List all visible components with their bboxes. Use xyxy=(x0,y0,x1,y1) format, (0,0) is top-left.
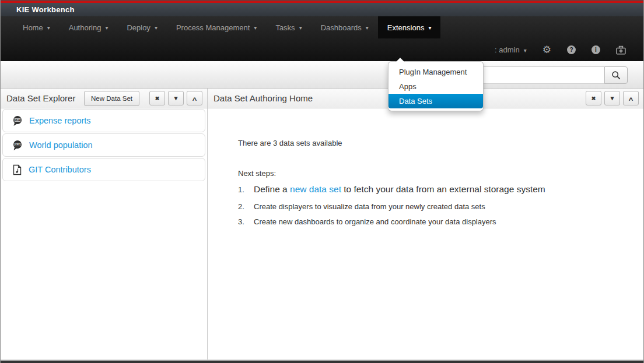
new-data-set-button[interactable]: New Data Set xyxy=(84,91,139,106)
step-text: Create displayers to visualize data from… xyxy=(254,202,485,211)
step-define-data-set: 1. Define a new data set to fetch your d… xyxy=(238,184,643,195)
chevron-down-icon: ▾ xyxy=(254,25,257,31)
panel-menu-button[interactable]: ▾ xyxy=(604,91,620,105)
svg-text:CSV: CSV xyxy=(15,143,20,146)
authoring-home-content: There are 3 data sets available Next ste… xyxy=(208,108,643,232)
window-bottom-border xyxy=(1,360,643,363)
close-panel-button[interactable]: ✖ xyxy=(149,91,165,105)
app-title-bar: KIE Workbench xyxy=(1,3,643,16)
chevron-down-icon: ▾ xyxy=(105,25,108,31)
close-panel-button[interactable]: ✖ xyxy=(586,91,601,105)
step-number: 1. xyxy=(238,185,254,194)
chevron-down-icon: ▾ xyxy=(524,48,527,54)
nav-item-label: Home xyxy=(23,23,43,32)
nav-item-label: Tasks xyxy=(275,23,295,32)
menu-item-data-sets[interactable]: Data Sets xyxy=(388,94,483,108)
chevron-down-icon: ▾ xyxy=(366,25,369,31)
file-dataset-icon xyxy=(12,164,22,175)
step-number: 2. xyxy=(238,202,254,211)
menu-item-apps[interactable]: Apps xyxy=(388,79,483,94)
chevron-down-icon: ▾ xyxy=(611,94,614,102)
step-create-displayers: 2. Create displayers to visualize data f… xyxy=(238,202,643,211)
data-set-list: CSV Expense reports CSV World p xyxy=(1,108,207,183)
help-icon[interactable]: ? xyxy=(567,45,576,54)
navbar-menu-row: Home ▾ Authoring ▾ Deploy ▾ Process Mana… xyxy=(1,16,643,38)
menu-item-plugin-management[interactable]: PlugIn Management xyxy=(388,65,483,79)
nav-item-home[interactable]: Home ▾ xyxy=(13,16,60,38)
data-set-link[interactable]: Expense reports xyxy=(29,116,91,125)
step-text: Create new dashboards to organize and co… xyxy=(254,217,496,226)
csv-dataset-icon: CSV xyxy=(12,140,23,151)
nav-item-label: Extensions xyxy=(387,23,425,32)
nav-item-dashboards[interactable]: Dashboards ▾ xyxy=(312,16,378,38)
chevron-down-icon: ▾ xyxy=(428,25,431,31)
nav-item-authoring[interactable]: Authoring ▾ xyxy=(60,16,118,38)
info-icon[interactable]: i xyxy=(592,45,600,54)
explorer-panel-title: Data Set Explorer xyxy=(6,93,84,103)
data-set-authoring-panel: Data Set Authoring Home ✖ ▾ ^ There are … xyxy=(208,89,643,360)
list-item-git-contributors[interactable]: GIT Contributors xyxy=(2,158,205,181)
user-label: : admin xyxy=(495,45,520,54)
nav-item-label: Authoring xyxy=(69,23,102,32)
step-number: 3. xyxy=(238,217,254,226)
nav-item-deploy[interactable]: Deploy ▾ xyxy=(117,16,167,38)
nav-item-extensions[interactable]: Extensions ▾ xyxy=(378,16,441,38)
collapse-panel-button[interactable]: ^ xyxy=(187,91,202,105)
user-menu[interactable]: : admin ▾ xyxy=(495,45,527,54)
chevron-up-icon: ^ xyxy=(629,96,634,104)
collapse-panel-button[interactable]: ^ xyxy=(623,91,639,105)
search-icon xyxy=(611,71,621,80)
application-window: KIE Workbench Home ▾ Authoring ▾ Deploy … xyxy=(0,0,644,363)
step-text: Define a new data set to fetch your data… xyxy=(254,184,545,195)
data-set-explorer-panel: Data Set Explorer New Data Set ✖ ▾ ^ CSV xyxy=(1,89,208,360)
close-icon: ✖ xyxy=(592,96,596,101)
close-icon: ✖ xyxy=(155,96,160,101)
nav-item-label: Process Management xyxy=(176,23,250,32)
list-item-expense-reports[interactable]: CSV Expense reports xyxy=(2,109,205,132)
nav-item-label: Dashboards xyxy=(321,23,362,32)
chevron-down-icon: ▾ xyxy=(299,25,302,31)
main-content: Data Set Explorer New Data Set ✖ ▾ ^ CSV xyxy=(1,89,643,360)
data-set-link[interactable]: World population xyxy=(29,140,93,150)
medkit-icon[interactable] xyxy=(616,45,626,55)
chevron-down-icon: ▾ xyxy=(174,94,178,102)
data-set-link[interactable]: GIT Contributors xyxy=(29,165,91,174)
nav-item-process-management[interactable]: Process Management ▾ xyxy=(167,16,266,38)
search-button[interactable] xyxy=(604,66,628,84)
chevron-down-icon: ▾ xyxy=(47,25,50,31)
list-item-world-population[interactable]: CSV World population xyxy=(2,133,205,157)
app-title: KIE Workbench xyxy=(16,5,75,14)
step-text-suffix: to fetch your data from an external stor… xyxy=(341,184,545,194)
available-data-sets-text: There are 3 data sets available xyxy=(238,139,643,147)
panel-menu-button[interactable]: ▾ xyxy=(168,91,184,105)
next-steps-label: Next steps: xyxy=(238,169,643,178)
main-navbar: Home ▾ Authoring ▾ Deploy ▾ Process Mana… xyxy=(1,16,643,61)
nav-item-label: Deploy xyxy=(127,23,150,32)
chevron-down-icon: ▾ xyxy=(155,25,158,31)
step-text-prefix: Define a xyxy=(254,184,290,194)
navbar-utility-row: : admin ▾ ⚙ ? i xyxy=(1,38,643,61)
chevron-up-icon: ^ xyxy=(192,96,197,104)
gear-icon[interactable]: ⚙ xyxy=(542,45,551,55)
content-toolbar xyxy=(1,61,643,89)
svg-text:CSV: CSV xyxy=(15,119,20,121)
step-create-dashboards: 3. Create new dashboards to organize and… xyxy=(238,217,643,226)
nav-item-tasks[interactable]: Tasks ▾ xyxy=(266,16,311,38)
explorer-panel-header: Data Set Explorer New Data Set ✖ ▾ ^ xyxy=(1,89,207,108)
extensions-dropdown-menu: PlugIn Management Apps Data Sets xyxy=(388,61,484,111)
new-data-set-link[interactable]: new data set xyxy=(290,184,341,194)
csv-dataset-icon: CSV xyxy=(12,115,23,126)
